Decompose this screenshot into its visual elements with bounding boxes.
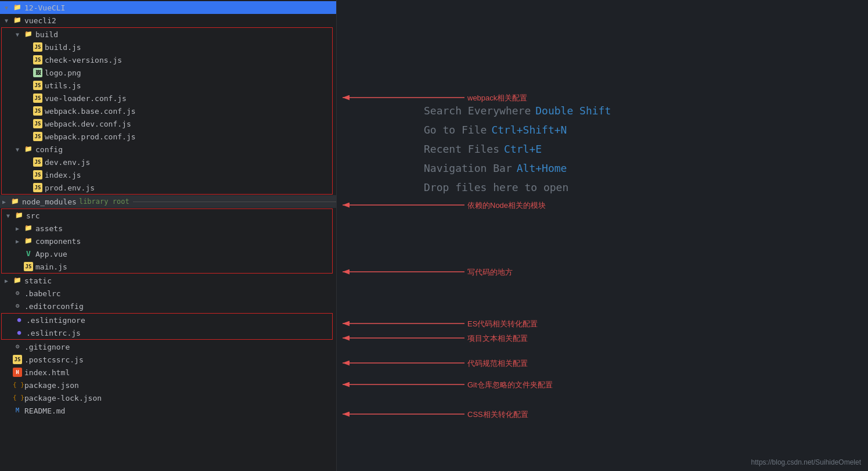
svg-text:依赖的Node相关的模块: 依赖的Node相关的模块 xyxy=(467,201,546,210)
static-folder-icon: 📁 xyxy=(13,276,22,285)
postcssrc-item[interactable]: JS .postcssrc.js xyxy=(0,353,336,366)
config-folder-item[interactable]: 📁 config xyxy=(2,143,332,156)
assets-arrow xyxy=(16,225,24,232)
navigation-bar-label: Navigation Bar xyxy=(424,162,512,174)
svg-text:写代码的地方: 写代码的地方 xyxy=(467,268,513,276)
js-icon: JS xyxy=(33,183,42,192)
check-versions-item[interactable]: JS check-versions.js xyxy=(2,53,332,66)
components-label: components xyxy=(35,237,81,246)
prod-env-item[interactable]: JS prod.env.js xyxy=(2,181,332,194)
svg-text:ES代码相关转化配置: ES代码相关转化配置 xyxy=(467,319,538,328)
js-icon: JS xyxy=(33,106,42,116)
src-folder-item[interactable]: 📁 src xyxy=(2,209,332,222)
gitignore-label: .gitignore xyxy=(24,343,70,351)
drop-files-label: Drop files here to open xyxy=(424,181,568,193)
assets-item[interactable]: 📁 assets xyxy=(2,222,332,235)
static-item[interactable]: 📁 static xyxy=(0,274,336,287)
index-js-item[interactable]: JS index.js xyxy=(2,168,332,181)
editorconfig-item[interactable]: ⚙ .editorconfig xyxy=(0,300,336,312)
webpack-base-item[interactable]: JS webpack.base.conf.js xyxy=(2,105,332,117)
js-icon: JS xyxy=(33,94,42,103)
node-modules-label: node_modules xyxy=(22,197,77,206)
babelrc-item[interactable]: ⚙ .babelrc xyxy=(0,287,336,300)
json-icon: { } xyxy=(13,393,22,402)
navigation-bar-row: Navigation Bar Alt+Home xyxy=(424,162,611,174)
goto-file-row: Go to File Ctrl+Shift+N xyxy=(424,124,611,136)
shortcuts-area: Search Everywhere Double Shift Go to Fil… xyxy=(424,105,611,193)
js-icon: JS xyxy=(33,132,42,141)
logo-png-item[interactable]: 🖼 logo.png xyxy=(2,66,332,79)
config-icon: ⚙ xyxy=(13,289,22,298)
babelrc-label: .babelrc xyxy=(24,289,61,298)
build-folder-item[interactable]: 📁 build xyxy=(2,28,332,41)
eslintrc-item[interactable]: ● .eslintrc.js xyxy=(2,326,332,339)
node-modules-folder-icon: 📁 xyxy=(10,197,20,206)
svg-text:项目文本相关配置: 项目文本相关配置 xyxy=(467,334,528,343)
vuecli2-item[interactable]: 📁 vuecli2 xyxy=(0,14,336,27)
svg-text:webpack相关配置: webpack相关配置 xyxy=(467,94,527,102)
build-label: build xyxy=(35,30,58,39)
static-label: static xyxy=(24,276,52,285)
js-icon: JS xyxy=(24,262,33,271)
src-label: src xyxy=(26,211,39,220)
readme-item[interactable]: M README.md xyxy=(0,404,336,417)
eslintignore-label: .eslintignore xyxy=(26,316,85,325)
components-item[interactable]: 📁 components xyxy=(2,235,332,247)
index-html-item[interactable]: H index.html xyxy=(0,366,336,379)
goto-file-label: Go to File xyxy=(424,124,487,136)
webpack-prod-label: webpack.prod.conf.js xyxy=(45,132,136,141)
js-icon: JS xyxy=(33,81,42,90)
main-js-item[interactable]: JS main.js xyxy=(2,260,332,273)
js-icon: JS xyxy=(33,42,42,52)
navigation-bar-key: Alt+Home xyxy=(517,162,567,174)
webpack-dev-item[interactable]: JS webpack.dev.conf.js xyxy=(2,117,332,130)
components-arrow xyxy=(16,238,24,245)
check-versions-label: check-versions.js xyxy=(45,56,122,64)
utils-js-label: utils.js xyxy=(45,81,81,90)
vuecli2-arrow xyxy=(5,17,13,24)
js-icon: JS xyxy=(33,170,42,179)
js-icon: JS xyxy=(33,119,42,128)
editor-panel: Search Everywhere Double Shift Go to Fil… xyxy=(337,0,868,471)
config-label: config xyxy=(35,145,63,154)
search-everywhere-label: Search Everywhere xyxy=(424,105,531,117)
gitignore-item[interactable]: ⚙ .gitignore xyxy=(0,340,336,353)
annotation-overlay: webpack相关配置 依赖的Node相关的模块 写代码的地方 ES代码相关转化… xyxy=(337,0,868,471)
node-modules-item[interactable]: 📁 node_modules library root xyxy=(0,195,336,208)
index-html-label: index.html xyxy=(24,368,70,377)
root-folder-item[interactable]: 📁 12-VueCLI xyxy=(0,1,336,14)
eslintignore-item[interactable]: ● .eslintignore xyxy=(2,314,332,326)
postcssrc-label: .postcssrc.js xyxy=(24,355,84,364)
webpack-dev-label: webpack.dev.conf.js xyxy=(45,120,131,128)
dev-env-label: dev.env.js xyxy=(45,158,90,167)
search-everywhere-row: Search Everywhere Double Shift xyxy=(424,105,611,117)
json-icon: { } xyxy=(13,380,22,390)
dev-env-item[interactable]: JS dev.env.js xyxy=(2,156,332,168)
eslintrc-label: .eslintrc.js xyxy=(26,329,81,337)
js-icon: JS xyxy=(33,55,42,64)
build-js-item[interactable]: JS build.js xyxy=(2,41,332,53)
vue-loader-item[interactable]: JS vue-loader.conf.js xyxy=(2,92,332,105)
utils-js-item[interactable]: JS utils.js xyxy=(2,79,332,92)
package-lock-item[interactable]: { } package-lock.json xyxy=(0,391,336,404)
recent-files-key: Ctrl+E xyxy=(504,143,542,155)
library-root-label: library root xyxy=(79,197,129,206)
goto-file-key: Ctrl+Shift+N xyxy=(491,124,567,136)
config-folder-icon: 📁 xyxy=(24,145,33,154)
main-js-label: main.js xyxy=(35,263,67,271)
svg-text:CSS相关转化配置: CSS相关转化配置 xyxy=(467,410,528,419)
svg-text:Git仓库忽略的文件夹配置: Git仓库忽略的文件夹配置 xyxy=(467,380,553,389)
package-json-item[interactable]: { } package.json xyxy=(0,379,336,391)
app-vue-item[interactable]: V App.vue xyxy=(2,247,332,260)
readme-label: README.md xyxy=(24,407,65,415)
static-arrow xyxy=(5,278,13,284)
app-vue-label: App.vue xyxy=(35,250,67,258)
prod-env-label: prod.env.js xyxy=(45,184,95,192)
svg-text:代码规范相关配置: 代码规范相关配置 xyxy=(467,359,528,368)
vue-loader-label: vue-loader.conf.js xyxy=(45,94,127,103)
root-folder-label: 12-VueCLI xyxy=(24,3,65,12)
webpack-prod-item[interactable]: JS webpack.prod.conf.js xyxy=(2,130,332,143)
assets-label: assets xyxy=(35,224,63,233)
config-icon: ⚙ xyxy=(13,342,22,351)
eslint-icon: ● xyxy=(15,315,24,325)
